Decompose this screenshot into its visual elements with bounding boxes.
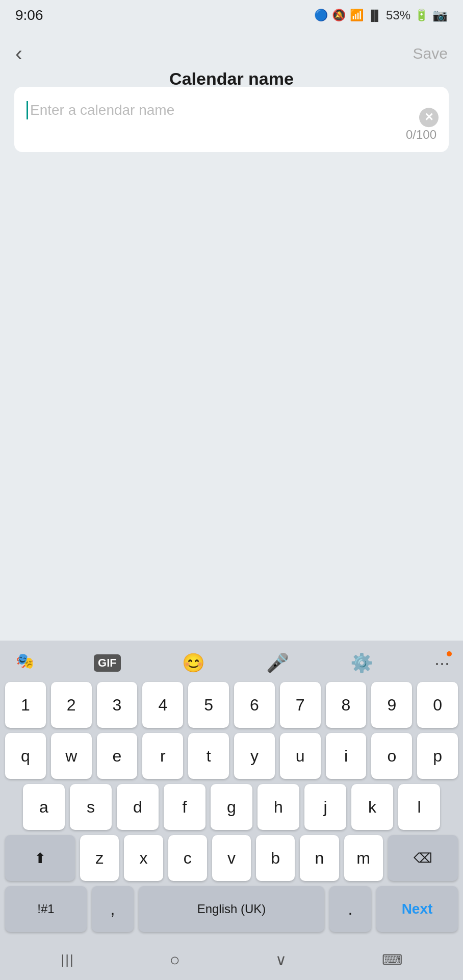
key-g[interactable]: g [211, 784, 252, 830]
key-1[interactable]: 1 [5, 682, 46, 728]
key-8[interactable]: 8 [326, 682, 367, 728]
key-7[interactable]: 7 [280, 682, 321, 728]
battery-icon: 🔋 [415, 9, 428, 22]
svg-text:🎭: 🎭 [16, 652, 33, 670]
gif-icon[interactable]: GIF [94, 654, 121, 672]
period-key[interactable]: . [329, 886, 371, 932]
status-bar: 9:06 🔵 🔕 📶 ▐▌ 53% 🔋 📷 [0, 0, 463, 31]
back-button[interactable]: ‹ [15, 43, 22, 64]
key-s[interactable]: s [70, 784, 112, 830]
space-key[interactable]: English (UK) [139, 886, 324, 932]
key-z[interactable]: z [80, 835, 119, 881]
shift-key[interactable]: ⬆ [5, 835, 75, 881]
key-3[interactable]: 3 [97, 682, 138, 728]
qwerty-row: q w e r t y u i o p [5, 733, 458, 779]
key-9[interactable]: 9 [371, 682, 412, 728]
key-d[interactable]: d [117, 784, 159, 830]
key-y[interactable]: y [234, 733, 275, 779]
sticker-icon[interactable]: 🎭 [13, 651, 33, 675]
asdf-row: a s d f g h j k l [5, 784, 458, 830]
video-icon: 📷 [432, 8, 448, 22]
key-t[interactable]: t [188, 733, 229, 779]
key-q[interactable]: q [5, 733, 46, 779]
key-x[interactable]: x [124, 835, 163, 881]
save-button[interactable]: Save [413, 45, 448, 62]
key-b[interactable]: b [256, 835, 295, 881]
key-0[interactable]: 0 [417, 682, 458, 728]
char-count: 0/100 [27, 128, 436, 142]
signal-icon: ▐▌ [368, 10, 382, 21]
key-6[interactable]: 6 [234, 682, 275, 728]
key-j[interactable]: j [304, 784, 346, 830]
key-4[interactable]: 4 [142, 682, 183, 728]
main-content: ✕ 0/100 [0, 77, 463, 162]
nav-keyboard-icon[interactable]: ⌨ [382, 951, 402, 968]
key-l[interactable]: l [398, 784, 440, 830]
key-r[interactable]: r [142, 733, 183, 779]
app-header: ‹ Calendar name Save [0, 31, 463, 77]
status-icons: 🔵 🔕 📶 ▐▌ 53% 🔋 📷 [314, 8, 448, 22]
bluetooth-icon: 🔵 [314, 9, 328, 22]
key-p[interactable]: p [417, 733, 458, 779]
key-2[interactable]: 2 [51, 682, 92, 728]
key-i[interactable]: i [326, 733, 367, 779]
key-u[interactable]: u [280, 733, 321, 779]
calendar-name-input[interactable] [30, 97, 436, 124]
key-n[interactable]: n [300, 835, 339, 881]
key-m[interactable]: m [344, 835, 383, 881]
key-h[interactable]: h [258, 784, 299, 830]
more-icon[interactable]: ··· [434, 652, 450, 674]
comma-key[interactable]: , [92, 886, 134, 932]
nav-back-icon[interactable]: ||| [61, 952, 74, 968]
key-v[interactable]: v [212, 835, 251, 881]
keyboard: 🎭 GIF 😊 🎤 ⚙️ ··· 1 2 3 4 5 6 7 8 9 0 q [0, 641, 463, 980]
nav-recent-icon[interactable]: ∨ [275, 951, 287, 969]
bottom-row: !#1 , English (UK) . Next [5, 886, 458, 932]
clear-button[interactable]: ✕ [419, 108, 439, 127]
key-f[interactable]: f [164, 784, 205, 830]
status-time: 9:06 [15, 7, 43, 23]
zxcv-row: ⬆ z x c v b n m ⌫ [5, 835, 458, 881]
battery-text: 53% [386, 8, 410, 22]
text-cursor [27, 101, 28, 119]
nav-bar: ||| ○ ∨ ⌨ [3, 939, 460, 980]
key-c[interactable]: c [168, 835, 207, 881]
number-row: 1 2 3 4 5 6 7 8 9 0 [5, 682, 458, 728]
mic-icon[interactable]: 🎤 [266, 652, 289, 674]
key-e[interactable]: e [97, 733, 138, 779]
next-key[interactable]: Next [376, 886, 458, 932]
mute-icon: 🔕 [332, 9, 346, 22]
backspace-key[interactable]: ⌫ [388, 835, 458, 881]
symbols-key[interactable]: !#1 [5, 886, 87, 932]
key-w[interactable]: w [51, 733, 92, 779]
key-k[interactable]: k [351, 784, 393, 830]
keyboard-toolbar: 🎭 GIF 😊 🎤 ⚙️ ··· [3, 646, 460, 682]
wifi-icon: 📶 [350, 9, 364, 22]
key-a[interactable]: a [23, 784, 65, 830]
keyboard-rows: 1 2 3 4 5 6 7 8 9 0 q w e r t y u i o p … [3, 682, 460, 932]
emoji-icon[interactable]: 😊 [182, 652, 205, 674]
settings-icon[interactable]: ⚙️ [350, 652, 373, 674]
key-o[interactable]: o [371, 733, 412, 779]
input-card: ✕ 0/100 [14, 87, 449, 152]
page-title: Calendar name [169, 69, 294, 89]
key-5[interactable]: 5 [188, 682, 229, 728]
nav-home-icon[interactable]: ○ [169, 950, 180, 970]
